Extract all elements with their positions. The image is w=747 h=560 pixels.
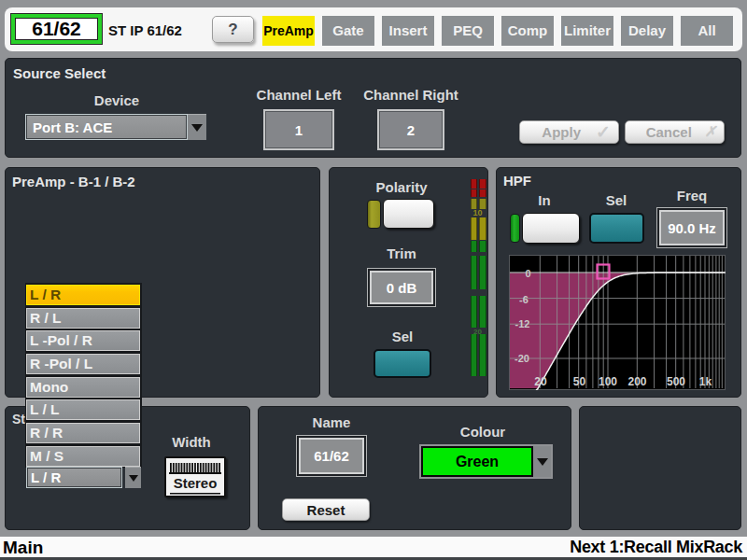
svg-text:-20: -20 xyxy=(514,353,529,364)
svg-text:20: 20 xyxy=(534,375,547,388)
svg-text:1k: 1k xyxy=(699,375,712,388)
svg-text:500: 500 xyxy=(667,375,685,388)
svg-text:-6: -6 xyxy=(519,294,529,305)
svg-text:100: 100 xyxy=(599,375,617,388)
svg-text:-12: -12 xyxy=(515,318,530,329)
svg-text:0: 0 xyxy=(525,268,530,279)
svg-text:50: 50 xyxy=(573,375,586,388)
svg-text:200: 200 xyxy=(627,375,646,388)
